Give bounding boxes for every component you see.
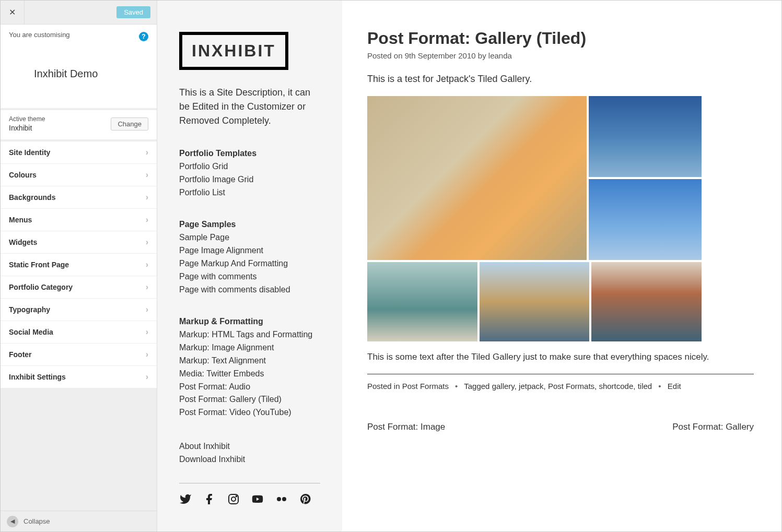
sidebar-nav-link[interactable]: Download Inxhibit — [179, 453, 320, 466]
sidebar-nav-link[interactable]: Page with comments — [179, 270, 320, 283]
sidebar-nav-link[interactable]: Portfolio Image Grid — [179, 173, 320, 186]
chevron-right-icon: › — [146, 350, 148, 359]
gallery-image[interactable] — [589, 179, 702, 260]
post-date-link[interactable]: 9th September 2010 — [405, 51, 476, 60]
gallery-image[interactable] — [367, 262, 477, 341]
flickr-icon[interactable] — [275, 493, 288, 505]
customizer-section-social-media[interactable]: Social Media› — [1, 321, 157, 344]
collapse-label: Collapse — [24, 517, 50, 525]
post-separator — [367, 374, 754, 374]
site-logo[interactable]: INXHIBIT — [179, 32, 320, 70]
svg-point-2 — [236, 495, 237, 496]
section-label: Typography — [9, 305, 50, 314]
tiled-gallery — [367, 96, 702, 341]
chevron-right-icon: › — [146, 372, 148, 382]
section-label: Static Front Page — [9, 261, 69, 269]
post-footer-meta: Posted in Post Formats • Tagged gallery,… — [367, 382, 756, 391]
twitter-icon[interactable] — [179, 493, 192, 505]
section-label: Portfolio Category — [9, 283, 73, 291]
customizer-section-menus[interactable]: Menus› — [1, 209, 157, 231]
facebook-icon[interactable] — [203, 493, 216, 505]
chevron-right-icon: › — [146, 193, 148, 202]
chevron-right-icon: › — [146, 148, 148, 157]
post-meta: Posted on 9th September 2010 by leanda — [367, 51, 756, 60]
sidebar-nav-link[interactable]: Post Format: Gallery (Tiled) — [179, 393, 320, 406]
customizer-section-list: Site Identity›Colours›Backgrounds›Menus›… — [1, 141, 157, 511]
prev-post-link[interactable]: Post Format: Image — [367, 422, 445, 432]
section-label: Colours — [9, 171, 37, 179]
sidebar-nav-link[interactable]: Media: Twitter Embeds — [179, 368, 320, 381]
customizer-section-typography[interactable]: Typography› — [1, 299, 157, 321]
customizer-section-widgets[interactable]: Widgets› — [1, 231, 157, 254]
post-author-link[interactable]: leanda — [488, 51, 512, 60]
preview-pane: INXHIBIT This is a Site Description, it … — [157, 1, 781, 531]
site-name: Inxhibit Demo — [9, 40, 139, 101]
section-label: Widgets — [9, 238, 37, 246]
chevron-right-icon: › — [146, 215, 148, 224]
collapse-button[interactable]: ◀ Collapse — [1, 511, 157, 531]
next-post-link[interactable]: Post Format: Gallery — [672, 422, 754, 432]
post-content: Post Format: Gallery (Tiled) Posted on 9… — [342, 1, 781, 531]
svg-point-4 — [282, 497, 286, 501]
close-button[interactable]: ✕ — [1, 1, 25, 25]
saved-badge: Saved — [116, 6, 150, 18]
gallery-image[interactable] — [591, 262, 702, 341]
gallery-image[interactable] — [367, 96, 587, 260]
post-title: Post Format: Gallery (Tiled) — [367, 29, 756, 48]
sidebar-nav-link[interactable]: Markup: Image Alignment — [179, 341, 320, 354]
site-sidebar: INXHIBIT This is a Site Description, it … — [157, 1, 342, 531]
youtube-icon[interactable] — [251, 493, 264, 505]
customizer-section-footer[interactable]: Footer› — [1, 344, 157, 366]
pinterest-icon[interactable] — [299, 493, 312, 505]
sidebar-nav-link[interactable]: Page with comments disabled — [179, 283, 320, 297]
sidebar-nav-link[interactable]: Markup: Text Alignment — [179, 354, 320, 368]
chevron-right-icon: › — [146, 305, 148, 314]
social-links — [179, 493, 320, 505]
sidebar-nav-link[interactable]: About Inxhibit — [179, 440, 320, 453]
customizer-section-colours[interactable]: Colours› — [1, 164, 157, 186]
chevron-right-icon: › — [146, 170, 148, 180]
gallery-image[interactable] — [480, 262, 590, 341]
section-label: Menus — [9, 216, 32, 224]
help-icon[interactable]: ? — [139, 32, 148, 41]
sidebar-nav-link[interactable]: Portfolio Grid — [179, 160, 320, 173]
section-label: Backgrounds — [9, 193, 55, 202]
section-label: Footer — [9, 350, 32, 359]
customizer-panel: ✕ Saved ? You are customising Inxhibit D… — [1, 1, 157, 531]
sidebar-section-title: Portfolio Templates — [179, 149, 320, 158]
sidebar-nav-link[interactable]: Post Format: Video (YouTube) — [179, 406, 320, 419]
sidebar-divider — [179, 483, 320, 483]
post-tags[interactable]: gallery, jetpack, Post Formats, shortcod… — [492, 382, 652, 391]
edit-link[interactable]: Edit — [668, 382, 681, 391]
sidebar-nav-link[interactable]: Sample Page — [179, 231, 320, 244]
svg-point-3 — [277, 497, 281, 501]
post-category-link[interactable]: Post Formats — [402, 382, 449, 391]
instagram-icon[interactable] — [227, 493, 240, 505]
sidebar-nav-link[interactable]: Post Format: Audio — [179, 381, 320, 394]
customizer-section-site-identity[interactable]: Site Identity› — [1, 141, 157, 164]
post-lead: This is a test for Jetpack's Tiled Galle… — [367, 74, 756, 85]
svg-point-1 — [231, 497, 236, 501]
sidebar-nav-link[interactable]: Page Markup And Formatting — [179, 257, 320, 270]
post-navigation: Post Format: Image Post Format: Gallery — [367, 422, 754, 432]
customizer-section-portfolio-category[interactable]: Portfolio Category› — [1, 276, 157, 299]
customizer-title-block: ? You are customising Inxhibit Demo — [1, 25, 157, 108]
close-icon: ✕ — [9, 7, 16, 17]
chevron-right-icon: › — [146, 260, 148, 269]
gallery-image[interactable] — [589, 96, 702, 177]
change-theme-button[interactable]: Change — [111, 117, 148, 131]
collapse-icon: ◀ — [7, 516, 18, 527]
customizer-section-inxhibit-settings[interactable]: Inxhibit Settings› — [1, 366, 157, 388]
section-label: Social Media — [9, 328, 53, 336]
logo-text: INXHIBIT — [179, 32, 288, 70]
site-description: This is a Site Description, it can be Ed… — [179, 86, 320, 128]
chevron-right-icon: › — [146, 282, 148, 292]
sidebar-nav-link[interactable]: Page Image Alignment — [179, 244, 320, 257]
sidebar-nav-link[interactable]: Markup: HTML Tags and Formatting — [179, 328, 320, 341]
sidebar-section-title: Markup & Formatting — [179, 317, 320, 326]
customizer-section-backgrounds[interactable]: Backgrounds› — [1, 186, 157, 209]
sidebar-nav-link[interactable]: Portfolio List — [179, 186, 320, 199]
active-theme-name: Inxhibit — [9, 124, 45, 132]
customising-label: You are customising — [9, 31, 148, 39]
customizer-section-static-front-page[interactable]: Static Front Page› — [1, 254, 157, 276]
